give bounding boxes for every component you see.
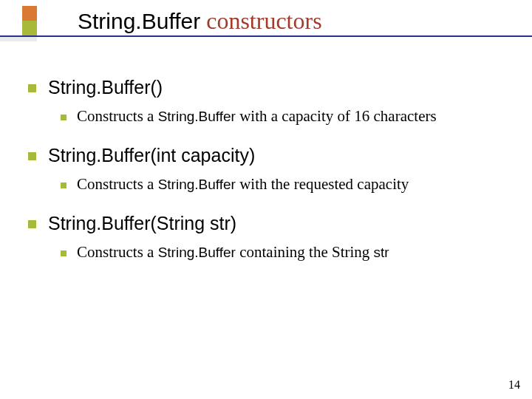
bullet-icon bbox=[28, 152, 36, 160]
bullet-icon bbox=[61, 115, 66, 120]
desc-text: Constructs a bbox=[77, 175, 158, 193]
constructor-description: Constructs a String.Buffer containing th… bbox=[77, 243, 389, 262]
bullet-icon bbox=[28, 84, 36, 92]
list-item: String.Buffer(int capacity) bbox=[28, 145, 504, 166]
desc-text: with a capacity of 16 characters bbox=[236, 107, 437, 125]
constructor-heading: String.Buffer(int capacity) bbox=[48, 145, 255, 166]
decor-orange-square bbox=[22, 6, 37, 21]
desc-code: str bbox=[374, 245, 389, 260]
constructor-description: Constructs a String.Buffer with the requ… bbox=[77, 175, 409, 194]
desc-text: Constructs a bbox=[77, 243, 158, 261]
constructor-heading: String.Buffer(String str) bbox=[48, 213, 236, 234]
list-item: Constructs a String.Buffer with a capaci… bbox=[61, 107, 504, 126]
list-item: String.Buffer() bbox=[28, 77, 504, 98]
constructor-heading: String.Buffer() bbox=[48, 77, 163, 98]
bullet-icon bbox=[61, 250, 66, 256]
title-sub: constructors bbox=[200, 7, 321, 34]
desc-text: containing the String bbox=[236, 243, 374, 261]
title-main: String.Buffer bbox=[78, 9, 200, 33]
list-item: Constructs a String.Buffer containing th… bbox=[61, 243, 504, 262]
desc-text: Constructs a bbox=[77, 107, 158, 125]
page-number: 14 bbox=[508, 378, 520, 392]
list-item: String.Buffer(String str) bbox=[28, 213, 504, 234]
list-item: Constructs a String.Buffer with the requ… bbox=[61, 175, 504, 194]
desc-code: String.Buffer bbox=[158, 245, 236, 260]
constructor-description: Constructs a String.Buffer with a capaci… bbox=[77, 107, 437, 126]
desc-code: String.Buffer bbox=[158, 177, 236, 192]
bullet-icon bbox=[61, 183, 66, 188]
slide-title: String.Buffer constructors bbox=[78, 7, 322, 35]
desc-text: with the requested capacity bbox=[236, 175, 409, 193]
slide-content: String.Buffer() Constructs a String.Buff… bbox=[0, 50, 532, 262]
decor-title-underline bbox=[0, 35, 532, 37]
decor-green-square bbox=[22, 21, 37, 35]
desc-code: String.Buffer bbox=[158, 109, 236, 124]
slide-header: String.Buffer constructors bbox=[0, 0, 532, 50]
bullet-icon bbox=[28, 220, 36, 228]
